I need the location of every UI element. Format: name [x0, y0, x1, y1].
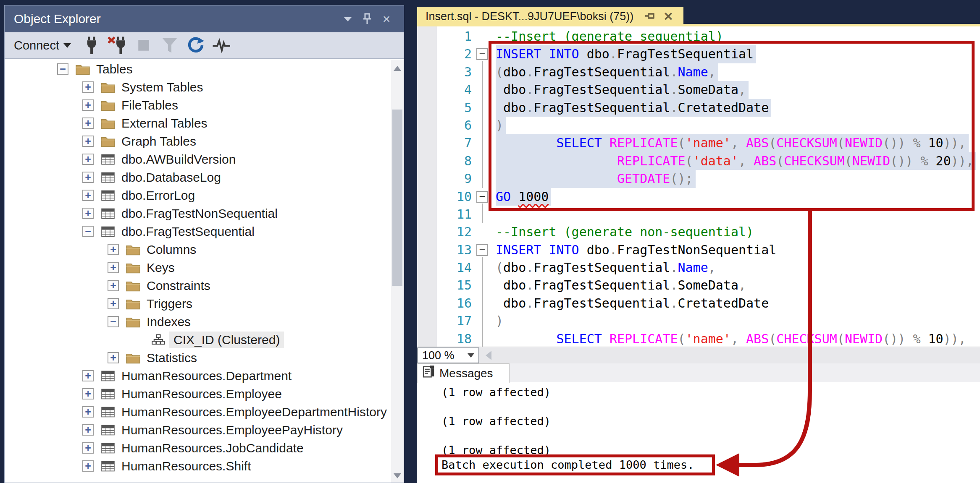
code-line-1[interactable]: 1--Insert (generate sequential)	[417, 28, 980, 45]
code-line-18[interactable]: 18 SELECT REPLICATE('name', ABS(CHECKSUM…	[417, 330, 980, 347]
line-number: 8	[434, 152, 472, 170]
fold-collapse-icon[interactable]: −	[476, 244, 488, 256]
tree-item-keys[interactable]: +Keys	[5, 258, 404, 277]
tree-item-graph-tables[interactable]: +Graph Tables	[5, 132, 404, 150]
expand-icon[interactable]: +	[82, 208, 94, 219]
tree-item-dbo-fragtestsequential[interactable]: −dbo.FragTestSequential	[5, 222, 404, 240]
activity-monitor-icon[interactable]	[210, 35, 233, 55]
code-line-12[interactable]: 12--Insert (generate non-sequential)	[417, 223, 980, 241]
filter-icon[interactable]	[158, 35, 181, 55]
pin-icon[interactable]	[641, 8, 659, 25]
tree-item-constraints[interactable]: +Constraints	[5, 277, 404, 295]
tree-item-humanresources-employeepayhistory[interactable]: +HumanResources.EmployeePayHistory	[5, 421, 404, 439]
expand-icon[interactable]: +	[82, 190, 94, 201]
tree-vertical-scrollbar[interactable]	[391, 60, 404, 483]
tree-item-dbo-databaselog[interactable]: +dbo.DatabaseLog	[5, 168, 404, 186]
tree-item-humanresources-employee[interactable]: +HumanResources.Employee	[5, 385, 404, 403]
refresh-icon[interactable]	[184, 35, 207, 55]
code-line-2[interactable]: 2−INSERT INTO dbo.FragTestSequential	[417, 45, 980, 63]
scrollbar-thumb[interactable]	[392, 110, 402, 286]
document-tab[interactable]: Insert.sql - DESKT...9JU7UEF\boksi (75))…	[417, 7, 683, 26]
tree-item-columns[interactable]: +Columns	[5, 240, 404, 258]
code-line-14[interactable]: 14(dbo.FragTestSequential.Name,	[417, 259, 980, 277]
code-line-16[interactable]: 16 dbo.FragTestSequential.CretatedDate	[417, 295, 980, 312]
tree-item-humanresources-shift[interactable]: +HumanResources.Shift	[5, 457, 404, 475]
expand-icon[interactable]: +	[82, 388, 94, 399]
expand-icon[interactable]: +	[82, 81, 94, 93]
code-line-9[interactable]: 9 GETDATE();	[417, 170, 980, 188]
expand-icon[interactable]: +	[108, 298, 119, 309]
expand-icon[interactable]: +	[82, 460, 94, 472]
expand-icon[interactable]: +	[108, 352, 119, 363]
tree-item-triggers[interactable]: +Triggers	[5, 295, 404, 313]
expand-icon[interactable]: +	[108, 262, 119, 273]
tree-item-cix-id-clustered-[interactable]: CIX_ID (Clustered)	[5, 331, 404, 349]
expand-icon[interactable]: +	[82, 99, 94, 111]
tree-item-humanresources-employeedepartmenthistory[interactable]: +HumanResources.EmployeeDepartmentHistor…	[5, 403, 404, 421]
table-icon	[100, 369, 116, 383]
hscroll-left-icon[interactable]	[486, 351, 491, 360]
fold-line	[482, 134, 483, 152]
expand-icon[interactable]: +	[108, 244, 119, 255]
code-line-8[interactable]: 8 REPLICATE('data', ABS(CHECKSUM(NEWID()…	[417, 152, 980, 170]
expand-icon[interactable]: +	[108, 280, 119, 291]
tree-item-label: CIX_ID (Clustered)	[169, 332, 284, 348]
expand-icon[interactable]: +	[82, 370, 94, 381]
line-number: 15	[434, 277, 472, 294]
chevron-down-icon	[468, 353, 474, 358]
code-line-4[interactable]: 4 dbo.FragTestSequential.SomeData,	[417, 81, 980, 99]
expand-icon[interactable]: +	[82, 117, 94, 129]
object-explorer-titlebar: Object Explorer ×	[5, 5, 404, 32]
tree-item-external-tables[interactable]: +External Tables	[5, 114, 404, 132]
collapse-icon[interactable]: −	[108, 316, 119, 327]
tree-item-dbo-errorlog[interactable]: +dbo.ErrorLog	[5, 186, 404, 204]
line-number: 3	[434, 63, 472, 81]
code-line-13[interactable]: 13−INSERT INTO dbo.FragTestNonSequential	[417, 241, 980, 259]
expand-icon[interactable]: +	[82, 424, 94, 436]
tree-item-humanresources-department[interactable]: +HumanResources.Department	[5, 367, 404, 385]
line-number: 18	[434, 330, 472, 347]
tree-item-filetables[interactable]: +FileTables	[5, 96, 404, 114]
tree-item-label: FileTables	[121, 98, 178, 112]
tree-item-system-tables[interactable]: +System Tables	[5, 78, 404, 96]
code-area[interactable]: 1--Insert (generate sequential)2−INSERT …	[417, 26, 980, 347]
window-position-icon[interactable]	[338, 10, 357, 27]
zoom-level-dropdown[interactable]: 100 %	[417, 347, 479, 363]
code-line-10[interactable]: 10−GO 1000	[417, 188, 980, 206]
fold-line	[482, 259, 483, 277]
scroll-down-icon[interactable]	[394, 473, 401, 478]
collapse-icon[interactable]: −	[57, 63, 68, 75]
code-line-3[interactable]: 3(dbo.FragTestSequential.Name,	[417, 63, 980, 81]
expand-icon[interactable]: +	[82, 154, 94, 165]
tree-item-indexes[interactable]: −Indexes	[5, 313, 404, 331]
expand-icon[interactable]: +	[82, 442, 94, 454]
collapse-icon[interactable]: −	[82, 226, 94, 237]
tree-item-tables[interactable]: −Tables	[5, 60, 404, 78]
expand-icon[interactable]: +	[82, 136, 94, 147]
code-line-15[interactable]: 15 dbo.FragTestSequential.SomeData,	[417, 277, 980, 294]
scroll-up-icon[interactable]	[394, 66, 401, 71]
expand-icon[interactable]: +	[82, 406, 94, 418]
expand-icon[interactable]: +	[82, 172, 94, 183]
fold-collapse-icon[interactable]: −	[476, 191, 488, 203]
tree-item-humanresources-jobcandidate[interactable]: +HumanResources.JobCandidate	[5, 439, 404, 457]
code-line-7[interactable]: 7 SELECT REPLICATE('name', ABS(CHECKSUM(…	[417, 134, 980, 152]
tab-messages[interactable]: Messages	[417, 363, 510, 383]
code-line-11[interactable]: 11	[417, 206, 980, 223]
tree-item-label: Keys	[147, 261, 175, 275]
stop-icon[interactable]	[132, 35, 155, 55]
close-icon[interactable]: ✕	[659, 8, 678, 25]
disconnect-plug-icon[interactable]	[106, 35, 129, 55]
code-line-6[interactable]: 6)	[417, 117, 980, 134]
tree-item-dbo-awbuildversion[interactable]: +dbo.AWBuildVersion	[5, 150, 404, 168]
connect-button[interactable]: Connect	[14, 39, 71, 52]
code-line-17[interactable]: 17)	[417, 312, 980, 330]
pin-icon[interactable]	[357, 10, 377, 27]
fold-collapse-icon[interactable]: −	[476, 48, 488, 60]
connect-plug-icon[interactable]	[80, 35, 103, 55]
tree-item-label: dbo.DatabaseLog	[121, 170, 221, 185]
close-icon[interactable]: ×	[377, 10, 396, 27]
tree-item-statistics[interactable]: +Statistics	[5, 349, 404, 367]
code-line-5[interactable]: 5 dbo.FragTestSequential.CretatedDate	[417, 99, 980, 117]
tree-item-dbo-fragtestnonsequential[interactable]: +dbo.FragTestNonSequential	[5, 204, 404, 222]
